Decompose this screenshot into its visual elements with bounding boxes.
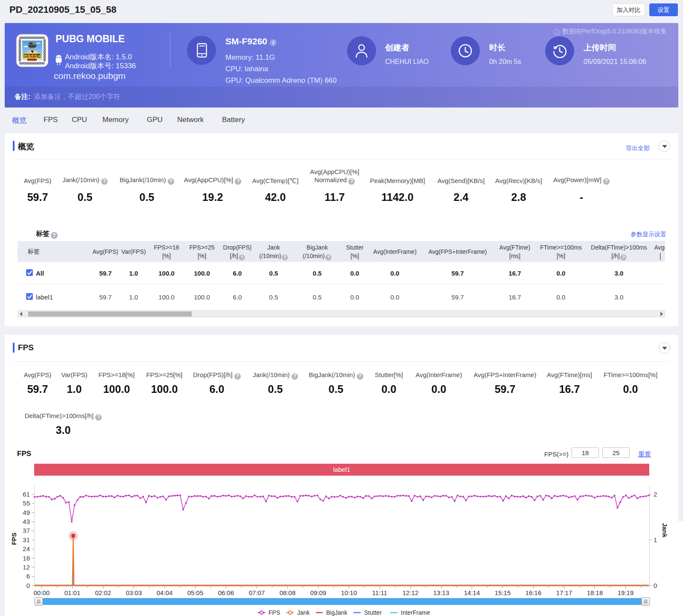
svg-text:6: 6: [26, 572, 30, 580]
svg-text:InterFrame: InterFrame: [401, 609, 430, 616]
svg-text:07:07: 07:07: [249, 589, 265, 596]
svg-text:24: 24: [23, 545, 30, 552]
svg-text:FPS: FPS: [269, 609, 280, 616]
svg-text:2: 2: [654, 491, 657, 498]
svg-text:绝地求生M: 绝地求生M: [23, 54, 41, 58]
svg-text:37: 37: [23, 527, 30, 534]
svg-text:19:19: 19:19: [618, 589, 634, 596]
svg-text:BigJank: BigJank: [326, 609, 348, 616]
svg-text:Jank: Jank: [297, 609, 310, 616]
svg-text:06:06: 06:06: [218, 589, 234, 596]
svg-text:14:14: 14:14: [464, 589, 480, 596]
svg-text:05:05: 05:05: [187, 589, 204, 596]
svg-text:18: 18: [23, 555, 30, 562]
svg-text:0: 0: [26, 582, 30, 589]
svg-text:17:17: 17:17: [556, 589, 572, 596]
svg-text:0: 0: [654, 582, 657, 589]
svg-text:13:13: 13:13: [433, 589, 449, 596]
svg-text:49: 49: [23, 509, 30, 516]
svg-text:08:08: 08:08: [280, 589, 296, 596]
svg-text:1: 1: [654, 536, 657, 543]
svg-text:11:11: 11:11: [372, 589, 387, 596]
svg-text:03:03: 03:03: [126, 589, 142, 596]
svg-text:Stutter: Stutter: [364, 609, 382, 616]
svg-text:02:02: 02:02: [95, 589, 111, 596]
svg-text:00:00: 00:00: [34, 589, 50, 596]
svg-text:43: 43: [23, 518, 30, 525]
svg-text:10:10: 10:10: [341, 589, 357, 596]
svg-text:61: 61: [23, 491, 30, 498]
svg-text:15:15: 15:15: [495, 589, 511, 596]
svg-text:09:09: 09:09: [310, 589, 327, 596]
svg-text:Jank: Jank: [661, 523, 668, 538]
svg-text:12: 12: [23, 564, 30, 571]
svg-text:FPS: FPS: [10, 532, 18, 545]
svg-text:18:18: 18:18: [587, 589, 603, 596]
svg-text:55: 55: [23, 500, 30, 507]
svg-text:31: 31: [23, 536, 30, 543]
svg-text:04:04: 04:04: [157, 589, 173, 596]
svg-text:16:16: 16:16: [525, 589, 542, 596]
svg-text:01:01: 01:01: [64, 589, 81, 596]
svg-text:12:12: 12:12: [403, 589, 419, 596]
